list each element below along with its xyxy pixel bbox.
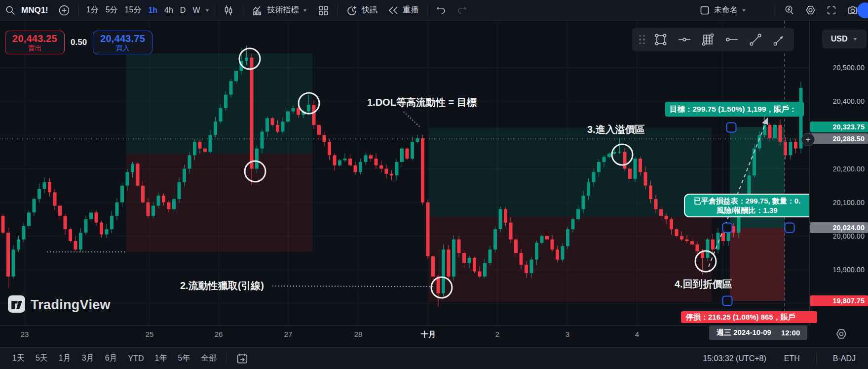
quick-search-icon[interactable] [779,3,799,18]
candlestick [623,152,627,168]
interval-chevron-icon[interactable]: ▼ [205,8,210,13]
currency-dropdown[interactable]: USD ▼ [822,30,867,48]
arrow-tool-icon[interactable] [768,30,790,49]
range-6月[interactable]: 6月 [100,351,123,366]
settings-gear-icon[interactable] [800,3,821,18]
zone-premium-1[interactable] [429,127,712,216]
axis-settings-gear-icon[interactable] [835,328,848,342]
candlestick [499,209,502,229]
candlestick [431,256,435,277]
candle-style-icon[interactable] [218,3,239,18]
symbol-button[interactable]: MNQ1! [17,3,53,18]
candlestick [312,105,316,125]
candlestick [737,216,741,233]
range-3月[interactable]: 3月 [76,351,100,366]
candlestick [571,219,575,229]
buy-button[interactable]: 20,443.75 買入 [93,31,152,54]
date-day: 週三 2024-10-09 [717,328,771,337]
annotation-dol[interactable]: 1.DOL等高流動性 = 目標 [367,96,477,109]
adjustment-button[interactable]: B-ADJ [828,351,861,366]
search-icon[interactable] [5,5,16,16]
range-5天[interactable]: 5天 [30,351,53,366]
annotation-premium[interactable]: 3.進入溢價區 [587,123,645,136]
separator [338,4,338,16]
horizontal-line-tool-icon[interactable] [674,30,695,49]
indicators-button[interactable]: 技術指標 ▼ [247,3,312,18]
interval-4h[interactable]: 4h [161,3,177,18]
candlestick [395,162,399,175]
idea-arrow-head [762,118,768,125]
candlestick [178,182,181,199]
candlestick [48,182,51,192]
axis-add-alert-icon[interactable]: + [801,133,815,146]
alert-button[interactable]: 快訊 [342,3,382,18]
candlestick [545,236,549,240]
fib-retracement-tool-icon[interactable] [697,30,719,49]
dotted-leader-2[interactable] [404,112,420,127]
position-handle-1[interactable] [727,123,736,132]
candlestick [203,149,207,152]
annotation-grab[interactable]: 2.流動性獵取(引線) [180,279,264,292]
candlestick [214,122,217,135]
candlestick [509,223,513,240]
redo-button[interactable] [452,3,472,18]
candlestick [255,149,259,169]
time-tick-23: 23 [21,330,29,338]
clock-time[interactable]: 15:03:32 (UTC+8) [697,351,772,366]
interval-15分[interactable]: 15分 [121,3,145,18]
rectangle-tool-icon[interactable] [650,30,672,49]
time-tick-4: 4 [635,330,639,338]
replay-button[interactable]: 重播 [383,3,423,18]
candlestick [84,219,88,233]
go-to-date-icon[interactable] [230,351,254,366]
range-全部[interactable]: 全部 [195,351,222,366]
position-handle-3[interactable] [785,223,794,233]
annotation-discount[interactable]: 4.回到折價區 [675,278,732,291]
candlestick [359,162,362,172]
crosshair-date-label: 週三 2024-10-09 12:00 [709,326,807,340]
templates-grid-icon[interactable] [313,3,334,18]
range-1月[interactable]: 1月 [53,351,76,366]
interval-W[interactable]: W [189,3,203,18]
zone-premium-0[interactable] [126,53,312,153]
trend-line-tool-icon[interactable] [745,30,766,49]
range-1天[interactable]: 1天 [7,351,30,366]
range-1年[interactable]: 1年 [150,351,173,366]
toolbar-drag-handle[interactable] [639,35,645,44]
interval-D[interactable]: D [177,3,189,18]
dotted-leader-1[interactable] [272,286,433,287]
position-handle-4[interactable] [723,296,732,306]
position-handle-2[interactable] [723,223,732,233]
sell-button[interactable]: 20,443.25 賣出 [5,31,65,54]
time-axis[interactable]: 2325262728十月2347 [0,325,809,347]
stop-loss-label[interactable]: 停損：216.25 (1.08%) 865，賬戶 [681,311,817,323]
candlestick [151,205,155,215]
range-5年[interactable]: 5年 [172,351,195,366]
candlestick [400,149,404,162]
price-tick-19900: 19,900.00 [832,266,865,274]
interval-1h[interactable]: 1h [145,3,161,18]
drawing-toolbar [632,28,794,51]
fullscreen-icon[interactable] [822,3,841,18]
candlestick [95,212,98,222]
price-axis[interactable]: 20,500.0020,400.0020,200.0020,100.0020,0… [809,21,868,325]
position-loss-zone[interactable] [730,228,785,300]
interval-5分[interactable]: 5分 [102,3,121,18]
session-button[interactable]: ETH [779,351,805,366]
candlestick [603,157,606,162]
compare-add-icon[interactable] [54,3,75,18]
interval-1分[interactable]: 1分 [83,3,102,18]
undo-button[interactable] [431,3,451,18]
zone-discount-1[interactable] [429,216,712,301]
candlestick [779,125,782,142]
range-YTD[interactable]: YTD [123,351,150,366]
candlestick [234,71,238,81]
zone-discount-0[interactable] [126,154,312,252]
candlestick [157,196,160,205]
ray-tool-icon[interactable] [721,30,743,49]
pnl-label[interactable]: 已平倉損益表：299.75, 數量：0. 風險/報酬比：1.39 [684,194,809,217]
target-price-label[interactable]: 目標：299.75 (1.50%) 1,199，賬戶： [665,102,804,117]
time-tick-28: 28 [354,330,363,338]
layout-button[interactable]: 未命名 ▼ [694,3,751,18]
candlestick [597,162,601,172]
